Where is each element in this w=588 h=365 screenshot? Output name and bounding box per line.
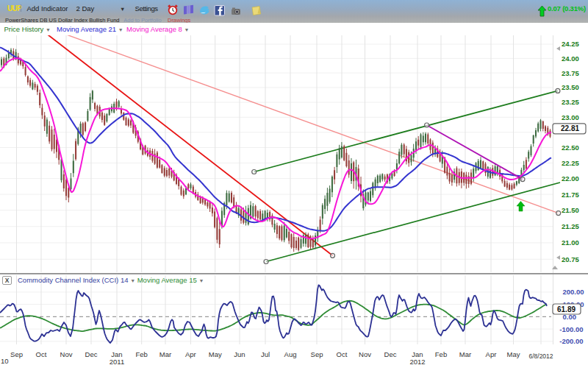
svg-text:Jul: Jul	[261, 350, 270, 358]
svg-text:Mar: Mar	[459, 350, 471, 358]
svg-text:May: May	[507, 350, 520, 358]
svg-text:6/8/2012: 6/8/2012	[528, 352, 553, 360]
svg-text:2012: 2012	[409, 358, 425, 365]
svg-text:Apr: Apr	[185, 350, 196, 358]
svg-text:200.00: 200.00	[563, 288, 584, 296]
svg-text:61.89: 61.89	[557, 305, 576, 313]
svg-text:24.25: 24.25	[562, 40, 579, 48]
svg-text:23.00: 23.00	[562, 113, 579, 121]
svg-text:May: May	[209, 350, 222, 358]
svg-text:21.25: 21.25	[562, 222, 579, 230]
svg-text:21.75: 21.75	[562, 191, 579, 199]
svg-text:-200.00: -200.00	[559, 337, 583, 345]
svg-text:22.25: 22.25	[562, 159, 579, 167]
svg-text:23.50: 23.50	[562, 83, 579, 91]
svg-text:Sep: Sep	[311, 350, 323, 358]
svg-text:Oct: Oct	[337, 350, 348, 358]
svg-text:22.81: 22.81	[561, 124, 579, 132]
svg-text:Feb: Feb	[435, 350, 447, 358]
svg-text:Jun: Jun	[234, 350, 245, 358]
svg-text:21.50: 21.50	[562, 206, 579, 214]
svg-text:10: 10	[1, 357, 9, 365]
svg-text:21.00: 21.00	[562, 238, 579, 247]
svg-text:Aug: Aug	[284, 350, 297, 358]
svg-text:2011: 2011	[110, 358, 124, 365]
svg-text:24.00: 24.00	[562, 54, 579, 63]
svg-text:Nov: Nov	[60, 350, 73, 358]
svg-text:Feb: Feb	[136, 350, 148, 358]
svg-text:Dec: Dec	[85, 350, 98, 358]
svg-text:-100.00: -100.00	[559, 325, 583, 333]
svg-text:22.00: 22.00	[562, 174, 579, 182]
svg-text:20.75: 20.75	[562, 255, 579, 263]
svg-text:23.75: 23.75	[562, 69, 579, 77]
svg-text:Dec: Dec	[384, 350, 397, 358]
svg-text:22.50: 22.50	[562, 143, 579, 152]
svg-text:Nov: Nov	[359, 350, 371, 358]
svg-text:Oct: Oct	[36, 350, 47, 358]
svg-text:Apr: Apr	[486, 350, 497, 358]
svg-text:23.25: 23.25	[562, 98, 579, 106]
svg-text:Mar: Mar	[159, 350, 171, 358]
svg-text:Sep: Sep	[10, 350, 23, 358]
